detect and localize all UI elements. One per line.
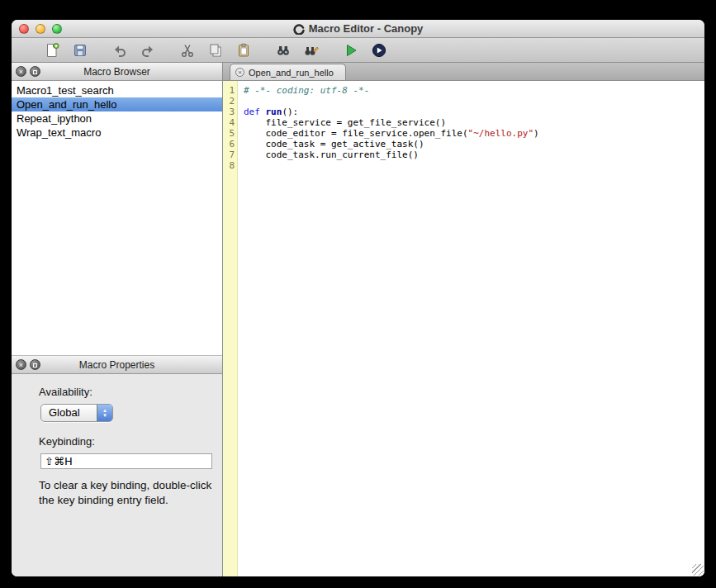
- run-icon[interactable]: [340, 40, 362, 61]
- minimize-button[interactable]: [36, 24, 45, 34]
- toolbar: [12, 38, 704, 63]
- left-panel-column: × Macro Browser Macro1_test_searchOpen_a…: [12, 63, 223, 576]
- macro-browser-title: Macro Browser: [12, 66, 222, 78]
- tab-open-and-run-hello[interactable]: × Open_and_run_hello: [230, 64, 346, 80]
- line-number: 7: [223, 149, 235, 160]
- list-item[interactable]: Wrap_text_macro: [12, 126, 222, 140]
- macro-editor-window: Macro Editor - Canopy × Macro Browser Ma…: [12, 20, 704, 576]
- line-number: 6: [223, 139, 235, 149]
- list-item[interactable]: Repeat_ipython: [12, 111, 222, 126]
- macro-properties-panel: Availability: Global ▲▼ Keybinding: To c…: [12, 374, 222, 576]
- tab-label: Open_and_run_hello: [249, 68, 334, 78]
- save-icon[interactable]: [69, 40, 91, 61]
- paste-icon[interactable]: [233, 40, 254, 61]
- code-line: code_task = get_active_task(): [244, 139, 704, 149]
- line-number: 5: [223, 128, 235, 139]
- editor-column: × Open_and_run_hello 12345678 # -*- codi…: [223, 63, 704, 576]
- close-panel-icon[interactable]: ×: [16, 66, 26, 77]
- close-button[interactable]: [19, 24, 29, 34]
- keybinding-label: Keybinding:: [39, 435, 214, 448]
- undo-icon[interactable]: [109, 40, 130, 61]
- dropdown-stepper-icon: ▲▼: [97, 405, 112, 421]
- traffic-lights: [19, 24, 62, 34]
- macro-properties-header-buttons: ×: [16, 359, 40, 370]
- list-item[interactable]: Open_and_run_hello: [12, 97, 222, 111]
- code-line: file_service = get_file_service(): [244, 117, 704, 128]
- code-line: code_editor = file_service.open_file("~/…: [244, 128, 704, 139]
- code-line: [244, 96, 704, 107]
- code-editor[interactable]: 12345678 # -*- coding: utf-8 -*-def run(…: [223, 81, 704, 576]
- code-line: code_task.run_current_file(): [244, 149, 704, 160]
- close-panel-icon[interactable]: ×: [16, 359, 26, 370]
- line-number-gutter: 12345678: [223, 81, 238, 576]
- line-number: 1: [223, 85, 235, 96]
- line-number: 3: [223, 107, 235, 117]
- canopy-app-icon: [293, 23, 305, 35]
- float-panel-icon[interactable]: [30, 66, 40, 77]
- copy-icon[interactable]: [205, 40, 226, 61]
- redo-icon[interactable]: [137, 40, 159, 61]
- macro-properties-title: Macro Properties: [12, 359, 222, 371]
- tab-close-icon[interactable]: ×: [235, 68, 244, 77]
- code-line: # -*- coding: utf-8 -*-: [244, 85, 704, 96]
- zoom-button[interactable]: [52, 24, 62, 34]
- code-line: [244, 160, 704, 171]
- macro-browser-header-buttons: ×: [16, 66, 40, 77]
- macro-properties-header: × Macro Properties: [12, 356, 222, 374]
- new-macro-icon[interactable]: [41, 40, 63, 61]
- run-app-icon[interactable]: [368, 40, 390, 61]
- float-panel-icon[interactable]: [30, 359, 40, 370]
- window-title-wrap: Macro Editor - Canopy: [12, 20, 704, 37]
- main-area: × Macro Browser Macro1_test_searchOpen_a…: [12, 63, 704, 576]
- macro-browser-header: × Macro Browser: [12, 63, 222, 81]
- line-number: 8: [223, 160, 235, 171]
- window-title: Macro Editor - Canopy: [309, 22, 424, 35]
- line-number: 2: [223, 96, 235, 107]
- cut-icon[interactable]: [177, 40, 198, 61]
- code-area[interactable]: # -*- coding: utf-8 -*-def run(): file_s…: [238, 81, 704, 576]
- keybinding-field[interactable]: [40, 453, 212, 469]
- availability-label: Availability:: [39, 386, 214, 398]
- title-bar: Macro Editor - Canopy: [12, 20, 704, 38]
- keybinding-help-text: To clear a key binding, double-click the…: [39, 478, 219, 508]
- availability-value: Global: [41, 405, 97, 421]
- availability-dropdown[interactable]: Global ▲▼: [40, 404, 113, 422]
- macro-list[interactable]: Macro1_test_searchOpen_and_run_helloRepe…: [12, 81, 222, 356]
- code-line: def run():: [244, 107, 704, 117]
- find-icon[interactable]: [273, 40, 294, 61]
- find-replace-icon[interactable]: [301, 40, 322, 61]
- editor-tab-bar: × Open_and_run_hello: [223, 63, 704, 81]
- line-number: 4: [223, 117, 235, 128]
- resize-grip[interactable]: [692, 564, 704, 576]
- list-item[interactable]: Macro1_test_search: [12, 83, 222, 97]
